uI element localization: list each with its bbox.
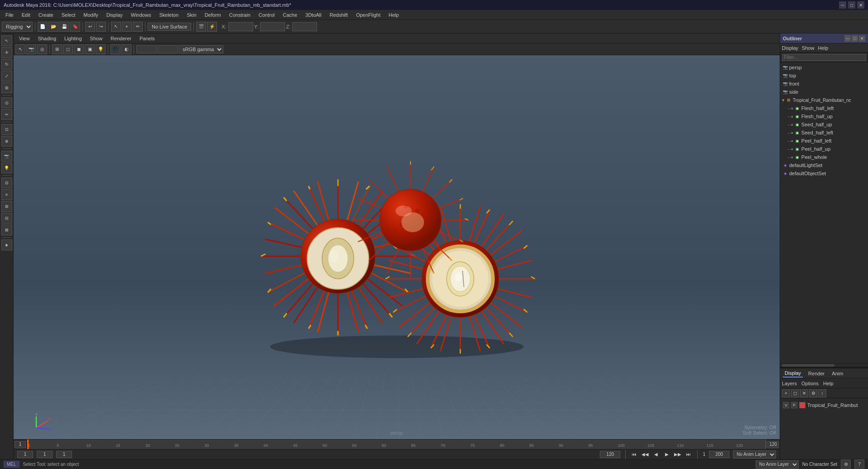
outliner-item-seed-hl[interactable]: —● ▣ Seed_half_left (780, 129, 868, 137)
select-tool-btn[interactable]: ↖ (111, 22, 121, 32)
outliner-item-side[interactable]: 📷 side (780, 88, 868, 96)
vp-menu-show[interactable]: Show (87, 35, 106, 42)
menu-edit[interactable]: Edit (18, 11, 34, 19)
layer-sort-btn[interactable]: ↕ (818, 389, 826, 397)
rotate-tool[interactable]: ↻ (1, 59, 12, 70)
layers-menu[interactable]: Layers (782, 381, 797, 386)
menu-file[interactable]: File (2, 11, 17, 19)
paint-tool[interactable]: ✏ (1, 109, 12, 120)
timeline-start[interactable] (14, 441, 26, 448)
outliner-item-flesh-hl[interactable]: —● ▣ Flesh_half_left (780, 104, 868, 112)
layer-tab-anim[interactable]: Anim (830, 370, 845, 377)
component-select[interactable]: ⊡ (1, 124, 12, 135)
vp-grid-btn[interactable]: ⊞ (52, 44, 62, 54)
vp-wireframe-btn[interactable]: ◻ (63, 44, 73, 54)
layer-p-btn[interactable]: P (791, 402, 797, 408)
vp-menu-renderer[interactable]: Renderer (107, 35, 135, 42)
tool4[interactable]: ⊟ (1, 213, 12, 224)
show-manip[interactable]: ⊟ (1, 177, 12, 188)
menu-constrain[interactable]: Constrain (226, 11, 254, 19)
light-tool[interactable]: 💡 (1, 163, 12, 173)
tool6[interactable]: ◈ (1, 239, 12, 250)
vp-shadows-btn[interactable]: 🌑 (111, 44, 121, 54)
menu-cache[interactable]: Cache (279, 11, 301, 19)
save-as-btn[interactable]: 🔖 (70, 22, 80, 32)
transform-tool[interactable]: ⊞ (1, 82, 12, 93)
menu-create[interactable]: Create (35, 11, 57, 19)
ipr-btn[interactable]: ⚡ (207, 22, 217, 32)
current-time-input[interactable] (17, 451, 33, 458)
vp-select-btn[interactable]: ↖ (15, 44, 25, 54)
redo-btn[interactable]: ↪ (96, 22, 106, 32)
layer-color-swatch[interactable] (799, 402, 805, 408)
layer-v-btn[interactable]: V (783, 402, 789, 408)
outliner-max-btn[interactable]: □ (852, 35, 858, 42)
vp-value2[interactable]: 1.00 (158, 45, 178, 53)
status-settings-btn[interactable]: ⚙ (841, 459, 851, 469)
menu-help[interactable]: Help (385, 11, 403, 19)
outliner-item-group-main[interactable]: ▾ ⊞ Tropical_Fruit_Rambutan_nc (780, 96, 868, 104)
outliner-item-obj-set[interactable]: ◈ defaultObjectSet (780, 169, 868, 177)
maximize-button[interactable]: □ (848, 1, 855, 9)
layer-row-default[interactable]: V P Tropical_Fruit_Rambut (782, 400, 866, 410)
vp-smooth-btn[interactable]: ◼ (74, 44, 84, 54)
anim-end-input[interactable] (709, 451, 729, 458)
lasso-tool-btn[interactable]: ⌖ (122, 22, 132, 32)
no-live-surface-btn[interactable]: No Live Surface (148, 23, 191, 31)
step-back-btn[interactable]: ◀◀ (641, 451, 649, 458)
vp-menu-panels[interactable]: Panels (136, 35, 159, 42)
viewport-canvas[interactable]: persp Symmetry: Off Soft Select: Off (14, 55, 780, 439)
vp-gamma-select[interactable]: sRGB gamma (179, 45, 223, 53)
soft-select[interactable]: ◎ (1, 97, 12, 108)
vp-menu-lighting[interactable]: Lighting (61, 35, 86, 42)
outliner-item-flesh-hu[interactable]: —● ▣ Flesh_half_up (780, 112, 868, 120)
outliner-item-persp[interactable]: 📷 persp (780, 63, 868, 72)
outliner-item-peel-hu[interactable]: —● ▣ Peel_half_up (780, 145, 868, 153)
attr-editor[interactable]: ≡ (1, 189, 12, 200)
vp-cam-btn[interactable]: 📷 (26, 44, 36, 54)
render-btn[interactable]: 🎬 (196, 22, 206, 32)
z-input[interactable] (292, 22, 317, 31)
skip-fwd-btn[interactable]: ⏭ (685, 451, 692, 458)
menu-control[interactable]: Control (255, 11, 278, 19)
menu-openflight[interactable]: OpenFlight (352, 11, 384, 19)
outliner-item-seed-hu[interactable]: —● ▣ Seed_half_up (780, 120, 868, 129)
menu-skin[interactable]: Skin (183, 11, 200, 19)
status-help-btn[interactable]: ? (854, 459, 864, 469)
menu-deform[interactable]: Deform (201, 11, 225, 19)
layer-options-btn[interactable]: ⚙ (809, 389, 817, 397)
play-back-btn[interactable]: ◀ (652, 451, 660, 458)
camera-tool[interactable]: 📷 (1, 151, 12, 162)
anim-start-input[interactable] (37, 451, 53, 458)
skip-back-btn[interactable]: ⏮ (631, 451, 638, 458)
outliner-item-top[interactable]: 📷 top (780, 72, 868, 80)
menu-select[interactable]: Select (58, 11, 79, 19)
save-file-btn[interactable]: 💾 (59, 22, 69, 32)
delete-layer-btn[interactable]: ✕ (800, 389, 808, 397)
x-input[interactable] (228, 22, 253, 31)
outliner-hscroll-thumb[interactable] (782, 364, 834, 367)
outliner-menu-help[interactable]: Help (818, 45, 829, 51)
vp-light-btn[interactable]: 💡 (96, 44, 106, 54)
layer-tab-display[interactable]: Display (783, 369, 803, 378)
outliner-item-peel-w[interactable]: —● ▣ Peel_whole (780, 153, 868, 161)
create-layer-btn[interactable]: + (782, 389, 790, 397)
menu-skeleton[interactable]: Skeleton (155, 11, 182, 19)
minimize-button[interactable]: ─ (839, 1, 846, 9)
new-file-btn[interactable]: 📄 (38, 22, 48, 32)
vp-menu-view[interactable]: View (15, 35, 34, 42)
vp-value1[interactable]: 0.00 (136, 45, 157, 53)
outliner-filter-input[interactable] (782, 54, 866, 61)
tool3[interactable]: ⊞ (1, 201, 12, 212)
layer-tab-render[interactable]: Render (806, 370, 826, 377)
outliner-close-btn[interactable]: ✕ (859, 35, 865, 42)
outliner-item-peel-hl[interactable]: —● ▣ Peel_half_left (780, 137, 868, 145)
scale-tool[interactable]: ⤢ (1, 71, 12, 81)
mode-dropdown[interactable]: Rigging (2, 22, 33, 32)
step-fwd-btn[interactable]: ▶▶ (674, 451, 681, 458)
anim-layer-select[interactable]: No Anim Layer (733, 450, 776, 459)
timeline-end[interactable] (767, 441, 779, 448)
menu-display[interactable]: Display (103, 11, 126, 19)
outliner-item-light-set[interactable]: ◈ defaultLightSet (780, 161, 868, 169)
move-tool[interactable]: ✛ (1, 47, 12, 58)
